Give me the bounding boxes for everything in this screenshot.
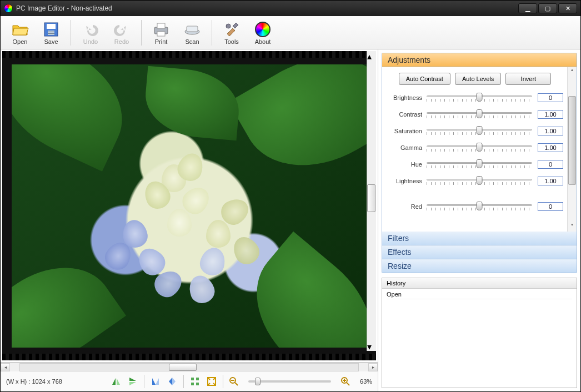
open-button[interactable]: Open [5,19,35,46]
image-dimensions: (W x H) : 1024 x 768 [6,378,106,385]
slider-label: Gamma [387,144,427,151]
slider-row-hue: Hue 0 [387,159,563,169]
zoom-out-icon[interactable] [229,376,240,387]
filters-header[interactable]: Filters [382,232,577,245]
svg-rect-2 [48,31,54,35]
svg-rect-7 [157,32,165,36]
slider-label: Red [387,203,427,210]
scroll-right-arrow[interactable]: ▸ [368,363,378,371]
zoom-slider-knob[interactable] [255,378,261,385]
saturation-slider[interactable] [427,126,532,136]
redo-button[interactable]: Redo [107,19,137,46]
gamma-slider[interactable] [427,143,532,153]
history-item[interactable]: Open [387,290,572,299]
hue-value: 0 [538,160,563,169]
auto-levels-button[interactable]: Auto Levels [455,73,501,85]
contrast-slider[interactable] [427,109,532,119]
scroll-down-arrow[interactable]: ▾ [367,341,376,351]
adjustments-scrollbar[interactable]: ▴ ▾ [567,67,577,232]
red-slider-knob[interactable] [477,202,483,210]
slider-label: Hue [387,161,427,168]
flip-horizontal-icon[interactable] [111,376,122,387]
contrast-slider-knob[interactable] [477,109,483,118]
svg-rect-12 [196,378,199,380]
svg-rect-1 [47,24,56,29]
saturation-slider-knob[interactable] [477,126,483,135]
brightness-slider-knob[interactable] [477,93,483,102]
vertical-scroll-thumb[interactable] [367,184,375,212]
svg-rect-4 [48,33,54,34]
svg-line-18 [235,383,238,385]
brightness-value: 0 [538,93,563,102]
tools-button[interactable]: Tools [217,19,247,46]
undo-icon [82,21,99,38]
svg-line-22 [347,383,349,385]
adj-scroll-thumb[interactable] [568,96,576,185]
rotate-right-icon[interactable] [167,376,178,387]
save-button[interactable]: Save [36,19,66,46]
image-content [12,64,367,348]
minimize-button[interactable]: ▁ [518,3,537,13]
slider-label: Contrast [387,111,427,118]
adjustments-header[interactable]: Adjustments [382,53,577,67]
slider-row-saturation: Saturation 1.00 [387,126,563,136]
red-slider[interactable] [427,202,532,212]
flip-vertical-icon[interactable] [127,376,138,387]
slider-row-lightness: Lightness 1.00 [387,176,563,186]
gamma-value: 1.00 [538,143,563,152]
canvas-container: ▴ ▾ [1,49,378,362]
svg-rect-14 [196,383,199,385]
slider-row-red: Red 0 [387,202,563,212]
resize-header[interactable]: Resize [382,259,577,273]
history-list: Open [382,289,577,388]
slider-label: Saturation [387,128,427,134]
maximize-button[interactable]: ▢ [538,3,557,13]
lightness-slider-knob[interactable] [477,176,483,185]
scroll-up-arrow[interactable]: ▴ [367,51,376,61]
brightness-slider[interactable] [427,93,532,103]
adjustments-body: Auto Contrast Auto Levels Invert Brightn… [382,67,577,232]
effects-header[interactable]: Effects [382,245,577,259]
horizontal-scrollbar[interactable]: ◂ ▸ [1,362,378,371]
undo-button[interactable]: Undo [76,19,106,46]
window-title: PC Image Editor - Non-activated [16,4,112,12]
app-window: PC Image Editor - Non-activated ▁ ▢ ✕ Op… [0,0,581,392]
history-panel: History Open [382,278,577,388]
vertical-scrollbar[interactable]: ▴ ▾ [367,51,376,351]
saturation-value: 1.00 [538,127,563,135]
zoom-slider[interactable] [248,380,331,383]
lightness-value: 1.00 [538,177,563,185]
scanner-icon [183,21,201,38]
rotate-left-icon[interactable] [150,376,161,387]
svg-rect-13 [191,383,194,385]
scroll-left-arrow[interactable]: ◂ [1,363,10,371]
svg-point-10 [226,24,231,28]
adj-scroll-up[interactable]: ▴ [568,67,577,77]
fit-window-icon[interactable] [189,376,201,387]
folder-open-icon [11,21,29,38]
scan-button[interactable]: Scan [177,19,207,46]
slider-row-contrast: Contrast 1.00 [387,109,563,119]
actual-size-icon[interactable] [206,376,217,387]
slider-row-gamma: Gamma 1.00 [387,143,563,153]
zoom-in-icon[interactable] [340,376,351,387]
hue-slider[interactable] [427,159,532,169]
slider-row-brightness: Brightness 0 [387,93,563,103]
app-icon [4,4,13,13]
right-pane: Adjustments Auto Contrast Auto Levels In… [378,49,580,391]
close-button[interactable]: ✕ [558,3,577,13]
title-bar: PC Image Editor - Non-activated ▁ ▢ ✕ [1,1,580,16]
zoom-percentage: 63% [360,378,372,385]
tools-icon [223,21,241,38]
gamma-slider-knob[interactable] [477,143,483,152]
horizontal-scroll-thumb[interactable] [169,364,197,371]
printer-icon [152,21,170,38]
adj-scroll-down[interactable]: ▾ [568,222,577,232]
invert-button[interactable]: Invert [505,73,551,85]
print-button[interactable]: Print [146,19,176,46]
image-canvas[interactable] [2,51,376,360]
lightness-slider[interactable] [427,176,532,186]
auto-contrast-button[interactable]: Auto Contrast [399,73,450,85]
hue-slider-knob[interactable] [477,159,483,168]
about-button[interactable]: About [248,19,278,46]
